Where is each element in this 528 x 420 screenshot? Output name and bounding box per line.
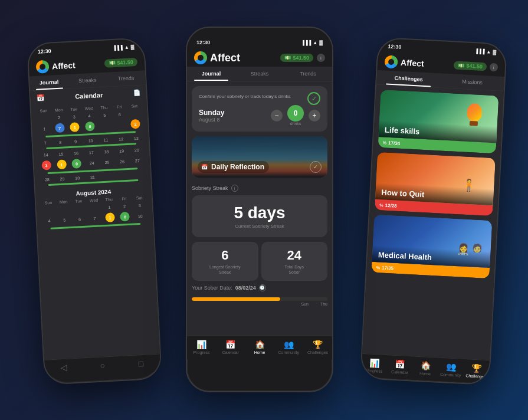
tab-journal[interactable]: Journal [187, 67, 235, 81]
calendar-nav-icon: 📅 [225, 340, 235, 349]
left-nav-back[interactable]: ◁ [44, 362, 83, 373]
left-nav-recent[interactable]: □ [122, 358, 160, 369]
progress-icon: 📊 [196, 340, 206, 349]
tab-streaks[interactable]: Streaks [235, 67, 284, 81]
longest-label: Longest SobrietyStreak [196, 264, 254, 275]
back-icon: ◁ [61, 363, 68, 373]
total-num: 24 [266, 248, 323, 263]
center-logo-circle [194, 51, 207, 64]
medical-progress-icon: % [376, 265, 381, 270]
right-info-btn[interactable]: i [490, 63, 499, 72]
home-nav-icon: 🏠 [255, 340, 265, 349]
right-community-icon: 👥 [446, 362, 457, 372]
community-icon: 👥 [284, 340, 294, 349]
medical-image: 👩‍⚕️ 🧑 Medical Health [372, 215, 492, 268]
right-cal-label: Calendar [391, 370, 408, 375]
streak-info-icon[interactable]: i [231, 185, 238, 192]
doc-icon: 📄 [133, 90, 140, 97]
reflection-content: 📅 Daily Reflection ✓ [192, 136, 327, 178]
calendar-icon: 📅 [36, 94, 45, 102]
center-tabs: Journal Streaks Trends [187, 67, 332, 81]
right-progress-icon: 📊 [369, 358, 380, 368]
center-main-content: Confirm your sobriety or track today's d… [187, 81, 332, 336]
wifi-icon: ▲ [124, 44, 129, 50]
center-money-val: $41.50 [293, 55, 309, 61]
tab-streaks-left[interactable]: Streaks [68, 73, 107, 88]
center-bottom-nav: 📊 Progress 📅 Calendar 🏠 Home 👥 Community… [187, 336, 332, 359]
center-signal: ▐▐▐ [301, 40, 311, 45]
center-status-time: 12:30 [196, 40, 210, 45]
challenge-medical-health[interactable]: 👩‍⚕️ 🧑 Medical Health % 17/35 [371, 215, 492, 278]
tab-trends[interactable]: Trends [284, 67, 332, 81]
streak-label: Sobriety Streak [192, 185, 228, 191]
right-challenges-label: Challenges [465, 373, 486, 379]
streak-number: 5 days [199, 204, 320, 222]
balloon-body [467, 103, 483, 122]
strip-label-thu: Thu [320, 302, 327, 306]
counter-value: 0 [287, 105, 304, 122]
left-logo-circle [36, 60, 50, 74]
challenges-nav-icon: 🏆 [313, 340, 323, 349]
confirm-day: Sunday [199, 109, 224, 117]
right-nav-home[interactable]: 🏠 Home [412, 360, 438, 376]
progress-strip [192, 297, 327, 301]
calendar-small-icon: 📅 [201, 164, 208, 170]
streak-stats-row: 6 Longest SobrietyStreak 24 Total DaysSo… [192, 242, 327, 281]
right-signal: ▐▐▐ [474, 48, 484, 54]
left-nav-home[interactable]: ○ [83, 360, 122, 371]
left-status-icons: ▐▐▐ ▲ ▓ [113, 44, 135, 51]
center-nav-community[interactable]: 👥 Community [274, 340, 303, 355]
tab-trends-left[interactable]: Trends [106, 70, 145, 86]
left-app-logo: Affect [36, 58, 76, 73]
left-status-time: 12:30 [37, 48, 51, 54]
confirm-date: August 8 [199, 117, 224, 123]
life-skills-title: Life skills [385, 125, 420, 136]
total-days-box: 24 Total DaysSober [261, 242, 328, 281]
counter-display: 0 drinks [287, 105, 304, 126]
longest-streak-box: 6 Longest SobrietyStreak [192, 242, 258, 281]
check-icon[interactable]: ✓ [307, 92, 320, 105]
center-status-icons: ▐▐▐ ▲ ▓ [301, 40, 323, 45]
right-nav-community[interactable]: 👥 Community [438, 362, 464, 378]
right-nav-challenges[interactable]: 🏆 Challenges [463, 363, 489, 379]
right-home-icon: 🏠 [420, 360, 431, 370]
sober-date-info-icon[interactable]: 🕐 [259, 284, 266, 291]
balloon-shape [465, 103, 484, 128]
increment-btn[interactable]: + [309, 110, 320, 122]
drink-counter: − 0 drinks + [271, 105, 320, 126]
challenge-list: Life skills % 17/34 🧍 [366, 85, 504, 284]
strip-label-sun: Sun [301, 302, 308, 306]
confirm-label: Confirm your sobriety or track today's d… [199, 94, 291, 99]
life-skills-image: Life skills [378, 90, 499, 143]
right-battery: ▓ [493, 49, 496, 54]
center-nav-progress[interactable]: 📊 Progress [187, 340, 216, 355]
daily-reflection-card[interactable]: 📅 Daily Reflection ✓ [192, 136, 327, 178]
streak-section-header: Sobriety Streak i [192, 182, 327, 195]
center-header-right: 💵 $41.50 i [280, 54, 325, 62]
right-nav-calendar[interactable]: 📅 Calendar [387, 359, 413, 375]
right-nav-progress[interactable]: 📊 Progress [362, 357, 388, 373]
center-nav-home[interactable]: 🏠 Home [245, 340, 274, 355]
center-battery: ▓ [319, 40, 323, 45]
right-logo-circle [385, 55, 398, 68]
reflection-check-icon[interactable]: ✓ [310, 161, 322, 173]
center-nav-challenges[interactable]: 🏆 Challenges [303, 340, 332, 355]
challenge-how-to-quit[interactable]: 🧍 How to Quit % 12/28 [375, 152, 496, 216]
center-nav-calendar[interactable]: 📅 Calendar [216, 340, 245, 355]
strip-labels: Sun Thu [192, 302, 327, 306]
left-logo-inner [40, 64, 46, 70]
challenge-life-skills[interactable]: Life skills % 17/34 [378, 90, 499, 153]
challenges-nav-label: Challenges [307, 350, 328, 355]
left-money-badge: 💵 $41.50 [104, 58, 137, 68]
tab-journal-left[interactable]: Journal [29, 74, 68, 90]
confirm-top-row: Confirm your sobriety or track today's d… [199, 92, 320, 105]
right-app-name: Affect [401, 58, 424, 68]
scene: 12:30 ▐▐▐ ▲ ▓ Affect 💵 $41.50 Jou [0, 0, 528, 420]
progress-label: Progress [194, 350, 210, 355]
progress-strip-container: Sun Thu [192, 297, 327, 306]
center-info-btn[interactable]: i [317, 54, 325, 62]
progress-fill [192, 297, 280, 301]
left-phone-content: 📅 Calendar 📄 Sun Mon Tue Wed Thu Fri Sat [30, 85, 160, 360]
quit-progress-label: 12/28 [385, 202, 396, 208]
decrement-btn[interactable]: − [271, 110, 283, 122]
